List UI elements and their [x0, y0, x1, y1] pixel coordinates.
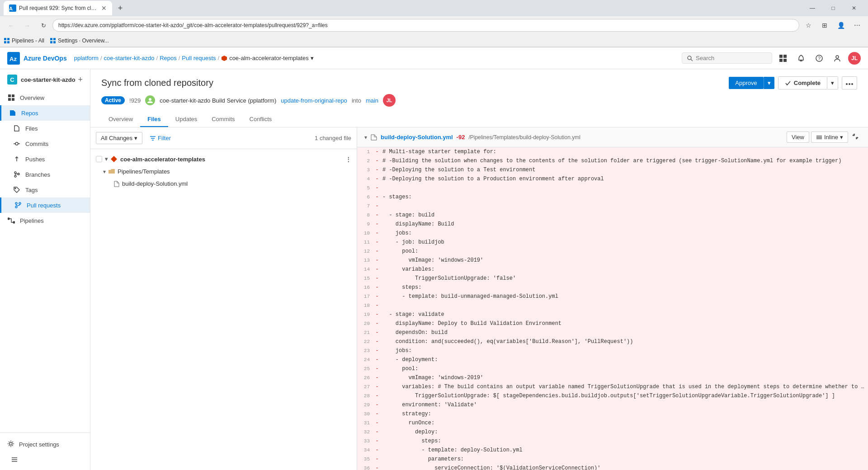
expand-diff-button[interactable] — [850, 131, 861, 143]
tab-overview[interactable]: Overview — [101, 112, 140, 127]
sidebar-item-pushes[interactable]: Pushes — [0, 151, 90, 167]
sidebar-item-overview[interactable]: Overview — [0, 90, 90, 105]
all-changes-dropdown[interactable]: All Changes ▾ — [96, 132, 142, 144]
close-button[interactable]: ✕ — [844, 0, 864, 16]
search-box[interactable] — [682, 52, 772, 64]
line-number: 10 — [357, 229, 373, 238]
sidebar-item-files[interactable]: Files — [0, 121, 90, 136]
fav-settings[interactable]: Settings · Overview... — [50, 38, 109, 44]
diff-line: 34- - template: deploy-Solution.yml — [357, 446, 868, 455]
user-settings-button[interactable] — [830, 51, 844, 66]
filter-button[interactable]: Filter — [146, 132, 175, 144]
line-number: 16 — [357, 283, 373, 292]
favorites-button[interactable]: ☆ — [801, 18, 816, 33]
line-number: 11 — [357, 238, 373, 247]
back-button[interactable]: ← — [4, 18, 18, 33]
pr-source-branch[interactable]: update-from-original-repo — [281, 97, 347, 104]
tab-conflicts[interactable]: Conflicts — [242, 112, 279, 127]
collections-button[interactable]: ⊞ — [817, 18, 832, 33]
tree-file-row[interactable]: build-deploy-Solution.yml — [90, 178, 357, 190]
sidebar-add-button[interactable]: + — [78, 75, 83, 85]
tab-updates[interactable]: Updates — [168, 112, 204, 127]
breadcrumb-sep-3: / — [179, 55, 180, 61]
pr-target-branch[interactable]: main — [366, 97, 378, 104]
line-number: 21 — [357, 328, 373, 337]
sidebar-item-commits[interactable]: Commits — [0, 136, 90, 151]
svg-point-39 — [8, 218, 9, 220]
repo-diamond-icon — [110, 155, 118, 163]
line-content: jobs: — [381, 346, 868, 355]
layout-icon-button[interactable] — [776, 51, 790, 66]
address-bar[interactable]: https://dev.azure.com/pplatform/coe-star… — [52, 19, 799, 32]
complete-button[interactable]: Complete — [778, 76, 827, 89]
line-content: vmImage: 'windows-2019' — [381, 256, 868, 265]
breadcrumb-repos[interactable]: Repos — [160, 55, 177, 61]
tab-commits[interactable]: Commits — [204, 112, 242, 127]
diff-line: 3-# -Deploying the solution to a Test en… — [357, 165, 868, 174]
sidebar-item-pipelines[interactable]: Pipelines — [0, 213, 90, 228]
tree-repo-name: coe-alm-accelerator-templates — [120, 156, 205, 163]
pr-tabs: Overview Files Updates Commits Conflicts — [101, 112, 857, 127]
folder-expand-icon[interactable]: ▾ — [103, 169, 106, 175]
changed-file-count: 1 changed file — [315, 135, 351, 141]
minimize-button[interactable]: — — [802, 0, 823, 16]
overview-icon — [7, 94, 15, 102]
notifications-icon-button[interactable] — [794, 51, 808, 66]
diff-line: 20- displayName: Deploy to Build Validat… — [357, 319, 868, 328]
line-content: - job: buildjob — [381, 238, 868, 247]
inline-button[interactable]: Inline ▾ — [811, 132, 848, 143]
tree-folder-row[interactable]: ▾ Pipelines/Templates — [90, 165, 357, 178]
sidebar-item-tags[interactable]: Tags — [0, 182, 90, 197]
forward-button[interactable]: → — [20, 18, 34, 33]
inline-icon — [816, 134, 822, 141]
sidebar-item-branches[interactable]: Branches — [0, 167, 90, 182]
breadcrumb-prs[interactable]: Pull requests — [182, 55, 216, 61]
complete-dropdown-button[interactable]: ▾ — [827, 76, 838, 89]
avatar[interactable]: JL — [848, 52, 861, 65]
line-marker: - — [373, 346, 381, 355]
pr-meta: Active !929 coe-starter-kit-azdo Build S… — [101, 94, 857, 107]
line-number: 20 — [357, 319, 373, 328]
svg-point-12 — [688, 56, 691, 60]
approve-dropdown-button[interactable]: ▾ — [764, 77, 774, 89]
repo-checkbox[interactable] — [96, 156, 102, 162]
diff-collapse-icon[interactable]: ▾ — [364, 134, 367, 141]
refresh-button[interactable]: ↻ — [36, 18, 51, 33]
content-area: Sync from cloned repository Approve ▾ Co… — [90, 69, 868, 470]
sidebar-item-repos[interactable]: Repos — [0, 105, 90, 121]
folder-icon — [108, 169, 115, 174]
tree-expand-icon[interactable]: ▾ — [105, 156, 108, 162]
sidebar-collapse-button[interactable] — [7, 452, 22, 467]
line-marker: - — [373, 301, 381, 310]
azure-logo[interactable]: Az Azure DevOps — [7, 52, 67, 65]
maximize-button[interactable]: □ — [823, 0, 844, 16]
sidebar-item-pull-requests[interactable]: Pull requests — [0, 197, 90, 213]
breadcrumb: pplatform / coe-starter-kit-azdo / Repos… — [74, 55, 314, 61]
line-content: steps: — [381, 437, 868, 446]
browser-tab[interactable]: A Pull request 929: Sync from clo... ✕ — [4, 1, 112, 15]
view-button[interactable]: View — [787, 132, 809, 143]
close-tab-button[interactable]: ✕ — [101, 5, 107, 12]
new-tab-button[interactable]: + — [114, 2, 127, 14]
approve-button[interactable]: Approve — [729, 77, 763, 89]
search-input[interactable] — [696, 55, 759, 61]
line-number: 32 — [357, 428, 373, 437]
line-marker: - — [373, 220, 381, 229]
line-marker: - — [373, 265, 381, 274]
more-actions-button[interactable] — [842, 76, 857, 89]
fav-pipelines[interactable]: Pipelines - All — [4, 38, 44, 44]
account-button[interactable]: 👤 — [834, 18, 848, 33]
diff-line: 26- vmImage: 'windows-2019' — [357, 373, 868, 382]
breadcrumb-org[interactable]: coe-starter-kit-azdo — [104, 55, 155, 61]
project-settings-button[interactable]: Project settings — [7, 437, 83, 452]
breadcrumb-dropdown-icon[interactable]: ▾ — [311, 55, 314, 61]
settings-button[interactable]: ⋯ — [850, 18, 864, 33]
tab-files[interactable]: Files — [140, 112, 168, 127]
diff-line: 19- - stage: validate — [357, 310, 868, 319]
svg-text:A: A — [9, 6, 13, 11]
inline-dropdown-icon[interactable]: ▾ — [840, 134, 843, 141]
help-icon-button[interactable]: ? — [812, 51, 826, 66]
repo-kebab-menu[interactable]: ⋮ — [345, 156, 351, 163]
tree-repo-row[interactable]: ▾ coe-alm-accelerator-templates ⋮ — [90, 153, 357, 165]
breadcrumb-pplatform[interactable]: pplatform — [74, 55, 99, 61]
